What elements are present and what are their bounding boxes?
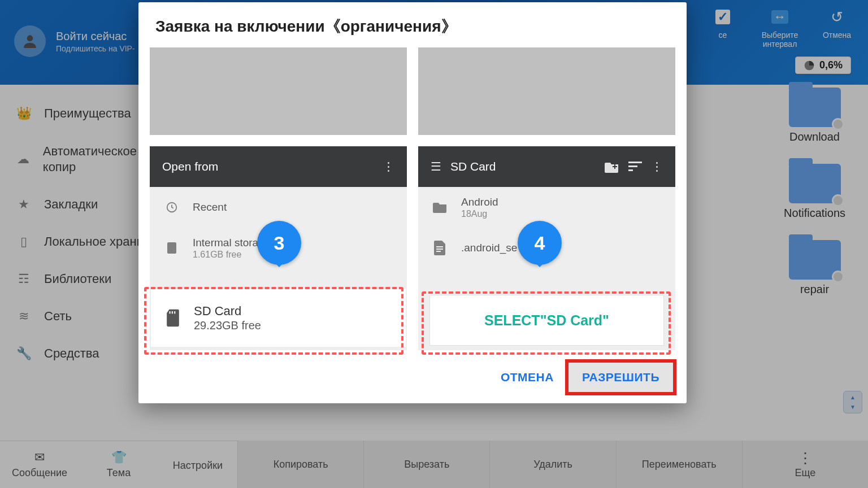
svg-rect-2 bbox=[167, 242, 176, 254]
instruction-panel-4: ☰ SD Card ⋮ Android18Aug .android_se SEL… bbox=[418, 47, 675, 350]
step-number: 3 bbox=[257, 221, 301, 265]
file-icon bbox=[433, 241, 448, 255]
step-pin-3: 3 bbox=[257, 221, 301, 275]
sort-icon bbox=[628, 162, 642, 172]
panel-appbar-right: ☰ SD Card ⋮ bbox=[418, 146, 675, 187]
allow-button-label: РАЗРЕШИТЬ bbox=[568, 363, 673, 392]
more-vert-icon: ⋮ bbox=[383, 160, 394, 173]
list-item-label: Android bbox=[461, 196, 498, 208]
instruction-panel-3: Open from ⋮ Recent Intermal stora1.61GB … bbox=[150, 47, 407, 350]
svg-rect-11 bbox=[436, 246, 443, 247]
more-vert-icon: ⋮ bbox=[651, 160, 663, 173]
panel-appbar-left: Open from ⋮ bbox=[150, 146, 407, 187]
panel-title: SD Card bbox=[450, 160, 596, 173]
dialog-title: Заявка на включении《органичения》 bbox=[138, 2, 687, 47]
clock-icon bbox=[164, 201, 179, 213]
svg-rect-8 bbox=[628, 162, 642, 163]
panel-title: Open from bbox=[162, 160, 374, 173]
step-pin-4: 4 bbox=[518, 221, 562, 275]
highlight-dashed-box bbox=[422, 291, 671, 355]
allow-button[interactable]: РАЗРЕШИТЬ bbox=[565, 359, 676, 395]
permission-dialog: Заявка на включении《органичения》 Open fr… bbox=[138, 2, 687, 403]
cancel-button[interactable]: ОТМЕНА bbox=[489, 363, 565, 392]
list-item-label: Recent bbox=[193, 201, 227, 213]
panel-placeholder bbox=[150, 47, 407, 135]
svg-rect-12 bbox=[436, 249, 443, 250]
svg-rect-7 bbox=[614, 164, 615, 169]
svg-rect-10 bbox=[628, 169, 633, 171]
list-item-label: .android_se bbox=[461, 242, 517, 254]
highlight-dashed-box bbox=[144, 287, 403, 355]
cancel-button-label: ОТМЕНА bbox=[501, 371, 554, 384]
dialog-actions: ОТМЕНА РАЗРЕШИТЬ bbox=[138, 350, 687, 401]
storage-icon bbox=[164, 241, 179, 255]
svg-rect-9 bbox=[628, 165, 637, 167]
new-folder-icon bbox=[605, 160, 619, 173]
svg-rect-13 bbox=[436, 251, 441, 252]
list-item-label: Intermal stora bbox=[193, 237, 258, 249]
list-item-sublabel: 1.61GB free bbox=[193, 250, 258, 260]
step-number: 4 bbox=[518, 221, 562, 265]
folder-icon bbox=[433, 202, 448, 213]
panel-placeholder bbox=[418, 47, 675, 135]
list-item-sublabel: 18Aug bbox=[461, 209, 498, 219]
hamburger-icon: ☰ bbox=[431, 160, 441, 173]
